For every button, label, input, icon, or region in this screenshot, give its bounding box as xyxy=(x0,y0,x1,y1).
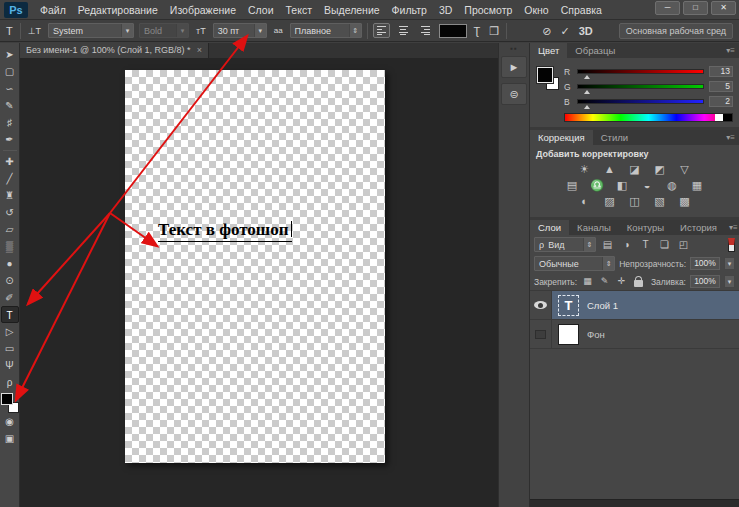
menu-type[interactable]: Текст xyxy=(280,0,318,20)
menu-image[interactable]: Изображение xyxy=(164,0,242,20)
background-layer-thumbnail[interactable] xyxy=(558,324,579,345)
eye-icon[interactable] xyxy=(534,301,547,309)
filter-adjustment-layers-icon[interactable]: ◑ xyxy=(619,238,634,252)
curves-icon[interactable]: ◪ xyxy=(627,163,643,176)
panel-menu-icon[interactable]: ▾≡ xyxy=(722,130,739,145)
filter-type-layers-icon[interactable]: T xyxy=(638,238,653,252)
layer-name[interactable]: Фон xyxy=(587,329,605,340)
photo-filter-icon[interactable]: ◒ xyxy=(639,179,655,192)
slider-thumb-icon[interactable] xyxy=(584,90,590,94)
type-tool[interactable]: T xyxy=(1,306,19,323)
filter-kind-select[interactable]: ρ Вид ⇕ xyxy=(534,237,596,252)
align-center-button[interactable] xyxy=(395,23,412,38)
tab-swatches[interactable]: Образцы xyxy=(567,43,623,58)
document-tab[interactable]: Без имени-1 @ 100% (Слой 1, RGB/8) * × xyxy=(20,43,209,58)
tab-adjustments[interactable]: Коррекция xyxy=(530,130,593,145)
clone-stamp-tool[interactable]: ♜ xyxy=(1,187,19,204)
menu-help[interactable]: Справка xyxy=(555,0,608,20)
updown-arrows-icon[interactable]: ⇕ xyxy=(602,257,614,270)
play-panel-icon[interactable]: ► xyxy=(501,56,527,78)
eyedropper-tool[interactable]: ✒ xyxy=(1,131,19,148)
layer-row-text[interactable]: T Слой 1 xyxy=(530,291,739,320)
threshold-icon[interactable]: ◫ xyxy=(627,195,643,208)
panel-menu-icon[interactable]: ▾≡ xyxy=(725,220,739,235)
channel-mixer-icon[interactable]: ◍ xyxy=(664,179,680,192)
foreground-background-colors[interactable] xyxy=(1,393,19,413)
lock-transparency-icon[interactable]: ▦ xyxy=(581,275,594,288)
chevron-down-icon[interactable]: ▾ xyxy=(724,275,735,288)
path-selection-tool[interactable]: ▷ xyxy=(1,323,19,340)
healing-brush-tool[interactable]: ✚ xyxy=(1,153,19,170)
align-right-button[interactable] xyxy=(417,23,434,38)
commit-edit-icon[interactable]: ✓ xyxy=(558,23,571,39)
crop-tool[interactable]: ♯ xyxy=(1,114,19,131)
tab-channels[interactable]: Каналы xyxy=(569,220,619,235)
chevron-down-icon[interactable]: ▾ xyxy=(254,24,266,37)
text-orientation-icon[interactable]: ⊥T xyxy=(26,23,43,39)
layer-content[interactable]: Фон xyxy=(552,320,739,348)
color-lookup-icon[interactable]: ▦ xyxy=(689,179,705,192)
updown-arrows-icon[interactable]: ⇕ xyxy=(349,24,361,37)
menu-filter[interactable]: Фильтр xyxy=(386,0,433,20)
menu-file[interactable]: Файл xyxy=(34,0,72,20)
chevron-down-icon[interactable]: ▾ xyxy=(724,257,735,270)
properties-panel-icon[interactable]: ⊜ xyxy=(501,83,527,105)
visibility-cell[interactable] xyxy=(530,320,552,348)
quick-selection-tool[interactable]: ✎ xyxy=(1,97,19,114)
zoom-tool[interactable]: ρ xyxy=(1,374,19,391)
visibility-cell[interactable] xyxy=(530,291,552,319)
tab-color[interactable]: Цвет xyxy=(530,43,567,58)
brush-tool[interactable]: ╱ xyxy=(1,170,19,187)
tab-close-icon[interactable]: × xyxy=(197,43,202,58)
chevron-down-icon[interactable]: ▾ xyxy=(121,24,133,37)
color-balance-icon[interactable]: ♎ xyxy=(589,179,605,192)
marquee-tool[interactable]: ▢ xyxy=(1,63,19,80)
gradient-map-icon[interactable]: ▧ xyxy=(652,195,668,208)
blue-channel-slider[interactable] xyxy=(577,99,704,104)
green-channel-slider[interactable] xyxy=(577,84,704,89)
foreground-color-swatch[interactable] xyxy=(537,67,553,83)
antialias-select[interactable]: Плавное ⇕ xyxy=(290,23,362,38)
vibrance-icon[interactable]: ▽ xyxy=(677,163,693,176)
menu-edit[interactable]: Редактирование xyxy=(72,0,164,20)
green-channel-value[interactable]: 5 xyxy=(709,81,733,92)
menu-window[interactable]: Окно xyxy=(518,0,554,20)
font-family-select[interactable]: System ▾ xyxy=(48,23,134,38)
slider-thumb-icon[interactable] xyxy=(584,75,590,79)
black-white-icon[interactable]: ◧ xyxy=(614,179,630,192)
panel-menu-icon[interactable]: ▾≡ xyxy=(722,43,739,58)
tab-styles[interactable]: Стили xyxy=(593,130,636,145)
screen-mode-button[interactable]: ▣ xyxy=(1,430,19,447)
maximize-button[interactable]: □ xyxy=(683,1,708,15)
quick-mask-button[interactable]: ◉ xyxy=(1,413,19,430)
white-swatch[interactable] xyxy=(715,114,723,121)
filter-shape-layers-icon[interactable]: ❏ xyxy=(657,238,672,252)
tab-paths[interactable]: Контуры xyxy=(619,220,672,235)
lock-all-icon[interactable] xyxy=(632,275,645,288)
color-spectrum-ramp[interactable] xyxy=(564,113,733,122)
pen-tool[interactable]: ✐ xyxy=(1,289,19,306)
dodge-tool[interactable]: ⊙ xyxy=(1,272,19,289)
filter-smart-objects-icon[interactable]: ◰ xyxy=(676,238,691,252)
font-size-select[interactable]: 30 пт ▾ xyxy=(213,23,267,38)
history-brush-tool[interactable]: ↺ xyxy=(1,204,19,221)
type-tool-preset-icon[interactable]: T xyxy=(4,23,15,39)
menu-layers[interactable]: Слои xyxy=(242,0,280,20)
panel-fg-bg-swatches[interactable] xyxy=(537,67,563,93)
move-tool[interactable]: ➤ xyxy=(1,46,19,63)
toggle-panels-icon[interactable]: ❒ xyxy=(487,23,501,39)
slider-thumb-icon[interactable] xyxy=(584,105,590,109)
text-color-swatch[interactable] xyxy=(439,24,467,38)
text-layer-thumbnail[interactable]: T xyxy=(558,295,579,316)
gradient-tool[interactable]: ▒ xyxy=(1,238,19,255)
layer-row-background[interactable]: Фон xyxy=(530,320,739,349)
tab-layers[interactable]: Слои xyxy=(530,220,569,235)
align-left-button[interactable] xyxy=(373,23,390,38)
exposure-icon[interactable]: ◩ xyxy=(652,163,668,176)
brightness-contrast-icon[interactable]: ☀ xyxy=(577,163,593,176)
layer-content[interactable]: T Слой 1 xyxy=(552,291,739,319)
rectangle-tool[interactable]: ▭ xyxy=(1,340,19,357)
filter-pixel-layers-icon[interactable]: ▤ xyxy=(600,238,615,252)
lock-image-icon[interactable]: ✎ xyxy=(598,275,611,288)
workspace-switcher-button[interactable]: Основная рабочая сред xyxy=(619,23,733,39)
